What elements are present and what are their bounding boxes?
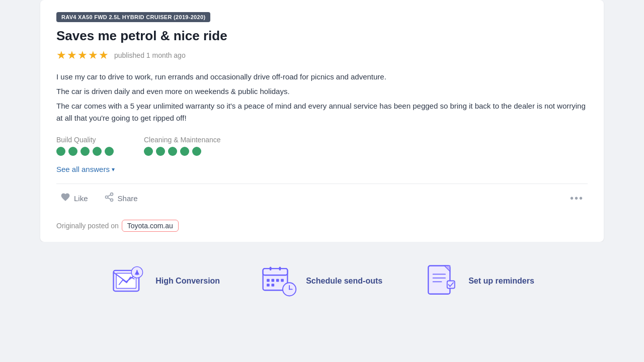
- dot-c5: [192, 147, 201, 156]
- dot-3: [80, 147, 90, 156]
- review-body: I use my car to drive to work, run erran…: [56, 71, 588, 125]
- svg-rect-13: [276, 279, 279, 282]
- like-button[interactable]: Like: [56, 190, 92, 207]
- originally-posted-row: Originally posted on Toyota.com.au: [56, 220, 588, 232]
- chevron-down-icon: ▾: [112, 166, 115, 173]
- dot-c3: [168, 147, 177, 156]
- dot-c4: [180, 147, 189, 156]
- high-conversion-icon: [110, 262, 147, 300]
- cleaning-maintenance-dots: [144, 147, 221, 156]
- more-icon: •••: [570, 193, 584, 204]
- cleaning-maintenance-rating: Cleaning & Maintenance: [144, 136, 221, 156]
- svg-point-0: [110, 193, 113, 196]
- review-card: RAV4 XA50 FWD 2.5L HYBRID CRUISER (2019-…: [40, 0, 604, 242]
- svg-line-3: [108, 198, 111, 199]
- dot-2: [68, 147, 77, 156]
- review-title: Saves me petrol & nice ride: [56, 28, 588, 44]
- build-quality-rating: Build Quality: [56, 136, 114, 156]
- svg-line-4: [108, 195, 111, 196]
- review-meta: ★★★★★ published 1 month ago: [56, 49, 588, 62]
- svg-rect-16: [272, 284, 275, 287]
- svg-rect-10: [263, 268, 288, 275]
- svg-rect-12: [272, 279, 275, 282]
- more-options-button[interactable]: •••: [566, 191, 588, 206]
- heart-icon: [60, 192, 70, 205]
- actions-row: Like Share •••: [56, 184, 588, 213]
- svg-rect-21: [279, 266, 281, 270]
- svg-rect-15: [267, 284, 270, 287]
- dot-4: [93, 147, 102, 156]
- svg-rect-11: [267, 279, 270, 282]
- build-quality-label: Build Quality: [56, 136, 114, 144]
- schedule-icon: [260, 262, 298, 300]
- svg-point-1: [105, 196, 108, 199]
- dot-1: [56, 147, 65, 156]
- svg-rect-14: [281, 279, 284, 282]
- reminders-icon: [423, 262, 460, 300]
- share-icon: [104, 192, 114, 205]
- originally-posted-label: Originally posted on: [56, 222, 119, 230]
- star-rating: ★★★★★: [56, 49, 109, 62]
- see-all-label: See all answers: [56, 165, 110, 173]
- see-all-answers-link[interactable]: See all answers ▾: [56, 165, 115, 173]
- features-section: High Conversion: [0, 242, 644, 315]
- review-body-line2: The car is driven daily and even more on…: [56, 85, 588, 98]
- share-button[interactable]: Share: [100, 190, 142, 207]
- svg-rect-22: [428, 266, 450, 294]
- schedule-label: Schedule send-outs: [306, 277, 382, 286]
- share-label: Share: [118, 194, 138, 203]
- dot-c1: [144, 147, 153, 156]
- feature-schedule: Schedule send-outs: [260, 262, 382, 300]
- cleaning-maintenance-label: Cleaning & Maintenance: [144, 136, 221, 144]
- build-quality-dots: [56, 147, 114, 156]
- published-date: published 1 month ago: [114, 51, 186, 59]
- dot-5: [105, 147, 114, 156]
- ratings-row: Build Quality Cleaning & Maintenance: [56, 136, 588, 156]
- svg-point-2: [110, 199, 113, 201]
- dot-c2: [156, 147, 165, 156]
- feature-high-conversion: High Conversion: [110, 262, 220, 300]
- feature-reminders: Set up reminders: [423, 262, 534, 300]
- car-badge: RAV4 XA50 FWD 2.5L HYBRID CRUISER (2019-…: [56, 12, 210, 22]
- review-body-line1: I use my car to drive to work, run erran…: [56, 71, 588, 83]
- review-body-line3: The car comes with a 5 year unlimited wa…: [56, 100, 588, 125]
- reminders-label: Set up reminders: [468, 277, 534, 286]
- source-badge[interactable]: Toyota.com.au: [122, 220, 179, 232]
- high-conversion-label: High Conversion: [155, 277, 220, 286]
- like-label: Like: [74, 194, 88, 203]
- svg-rect-20: [270, 266, 272, 270]
